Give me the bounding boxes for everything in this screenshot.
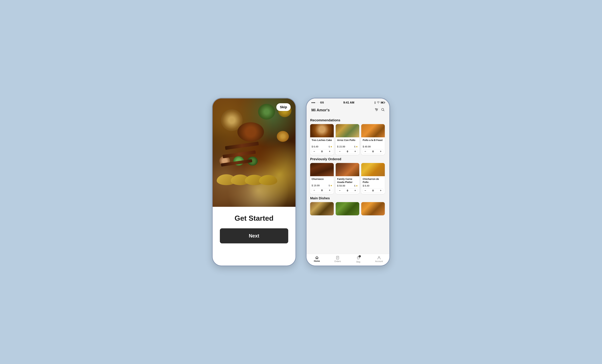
nav-label-orders: Orders <box>334 260 341 263</box>
food-card-main2 <box>336 202 359 215</box>
food-card-body: Family Carne Asada Platter $ 59.99 5★ − … <box>336 176 359 194</box>
recommendations-row: Tres Leches Cake $ 6.49 5★ − 0 + <box>310 124 386 155</box>
nav-label-home: Home <box>314 260 320 262</box>
wifi-icon <box>377 101 380 104</box>
qty-decrease[interactable]: − <box>364 189 367 192</box>
nav-item-bag[interactable]: 0 Bag <box>348 256 369 263</box>
onboarding-screen: Skip Get Started Next <box>212 98 296 266</box>
food-price: $ 8.49 <box>363 184 369 187</box>
status-bar: ●●● ○○ GS 9:41 AM <box>307 98 389 106</box>
search-button[interactable] <box>381 108 385 112</box>
svg-point-3 <box>376 108 376 109</box>
qty-control: − 0 + <box>337 149 358 154</box>
qty-value: 0 <box>346 189 349 192</box>
food-price: $ 59.99 <box>337 184 345 187</box>
food-meta: $ 49.99 <box>363 145 383 148</box>
qty-increase[interactable]: + <box>328 150 331 153</box>
qty-decrease[interactable]: − <box>338 150 341 153</box>
nav-label-bag: Bag <box>356 261 360 263</box>
qty-increase[interactable]: + <box>379 189 382 192</box>
menu-content: Recommendations Tres Leches Cake $ 6.49 … <box>307 115 389 254</box>
food-card-main3 <box>361 202 385 215</box>
food-card-main1 <box>310 202 334 215</box>
qty-control: − 0 + <box>312 149 332 154</box>
nav-item-orders[interactable]: Orders <box>327 256 348 263</box>
filter-icon <box>375 108 378 111</box>
filter-button[interactable] <box>375 108 378 112</box>
qty-value: 0 <box>372 189 375 192</box>
phones-container: Skip Get Started Next ●●● ○○ GS 9:41 AM <box>212 98 390 266</box>
food-name: Family Carne Asada Platter <box>337 177 358 184</box>
onboarding-bottom: Get Started Next <box>213 207 295 253</box>
qty-value: 0 <box>346 150 349 153</box>
qty-decrease[interactable]: − <box>338 189 341 192</box>
food-name: Tres Leches Cake <box>312 139 332 145</box>
food-image-pollo <box>361 124 385 137</box>
signal-dots-empty: ○○ <box>316 101 319 104</box>
time-display: 9:41 AM <box>343 101 354 104</box>
menu-screen: ●●● ○○ GS 9:41 AM Mi Amor's <box>306 98 390 266</box>
food-meta: $ 8.49 <box>363 184 383 187</box>
skip-button[interactable]: Skip <box>276 103 291 111</box>
main-dishes-title: Main Dishes <box>310 196 386 200</box>
food-card-body: Arroz Con Pollo $ 15.99 5★ − 0 + <box>336 137 359 155</box>
qty-decrease[interactable]: − <box>313 150 316 153</box>
food-card-tres-leches: Tres Leches Cake $ 6.49 5★ − 0 + <box>310 124 334 155</box>
food-rating: 5★ <box>329 145 332 148</box>
signal-dots: ●●● <box>311 101 315 104</box>
food-rating: 5★ <box>354 145 358 148</box>
food-image-carne-asada <box>336 163 359 176</box>
qty-increase[interactable]: + <box>354 189 357 192</box>
carrier-label: GS <box>320 101 324 104</box>
food-rating: 5★ <box>329 184 332 187</box>
qty-value: 0 <box>372 150 375 153</box>
svg-point-11 <box>378 257 380 258</box>
food-name: Arroz Con Pollo <box>337 139 358 145</box>
qty-control: − 0 + <box>363 149 383 154</box>
food-image-bg <box>213 98 295 207</box>
qty-increase[interactable]: + <box>328 189 331 192</box>
previously-ordered-title: Previously Ordered <box>310 157 386 161</box>
food-price: $ 6.49 <box>312 145 318 148</box>
restaurant-name: Mi Amor's <box>311 108 330 112</box>
food-card-carne-asada: Family Carne Asada Platter $ 59.99 5★ − … <box>336 163 359 194</box>
food-meta: $ 19.99 5★ <box>312 184 332 187</box>
food-card-pollo: Pollo a la B Feast $ 49.99 − 0 + <box>361 124 385 155</box>
bottom-navigation: Home Orders 0 <box>307 254 389 266</box>
nav-label-account: Account <box>375 260 383 263</box>
food-meta: $ 15.99 5★ <box>337 145 358 148</box>
home-icon <box>315 256 319 259</box>
system-icons <box>374 101 385 104</box>
nav-item-home[interactable]: Home <box>307 256 327 263</box>
qty-control: − 0 + <box>337 188 358 193</box>
food-name: Churrasco <box>312 177 332 183</box>
nav-item-account[interactable]: Account <box>369 256 389 263</box>
food-name: Chicharron de Pollo <box>363 177 383 184</box>
food-card-churrasco: Churrasco $ 19.99 5★ − 0 + <box>310 163 334 194</box>
qty-control: − 0 + <box>312 188 332 193</box>
food-card-body: Tres Leches Cake $ 6.49 5★ − 0 + <box>310 137 334 155</box>
svg-line-6 <box>384 110 384 111</box>
food-image-main2 <box>336 202 359 215</box>
food-image-churrasco <box>310 163 334 176</box>
qty-increase[interactable]: + <box>354 150 357 153</box>
svg-point-4 <box>377 109 377 110</box>
qty-increase[interactable]: + <box>379 150 382 153</box>
qty-value: 0 <box>321 150 323 153</box>
next-button[interactable]: Next <box>220 228 288 243</box>
recommendations-title: Recommendations <box>310 118 386 122</box>
hero-food-image: Skip <box>213 98 295 207</box>
food-price: $ 15.99 <box>337 145 345 148</box>
food-price: $ 49.99 <box>363 145 371 148</box>
qty-decrease[interactable]: − <box>313 189 316 192</box>
qty-decrease[interactable]: − <box>364 150 367 153</box>
bluetooth-icon <box>374 101 376 104</box>
food-price: $ 19.99 <box>312 184 320 187</box>
food-card-body: Pollo a la B Feast $ 49.99 − 0 + <box>361 137 385 155</box>
food-image-main3 <box>361 202 385 215</box>
search-icon <box>381 108 385 111</box>
bag-badge-count: 0 <box>359 255 361 257</box>
food-name: Pollo a la B Feast <box>363 139 383 145</box>
food-meta: $ 59.99 5★ <box>337 184 358 187</box>
food-image-tres-leches <box>310 124 334 137</box>
